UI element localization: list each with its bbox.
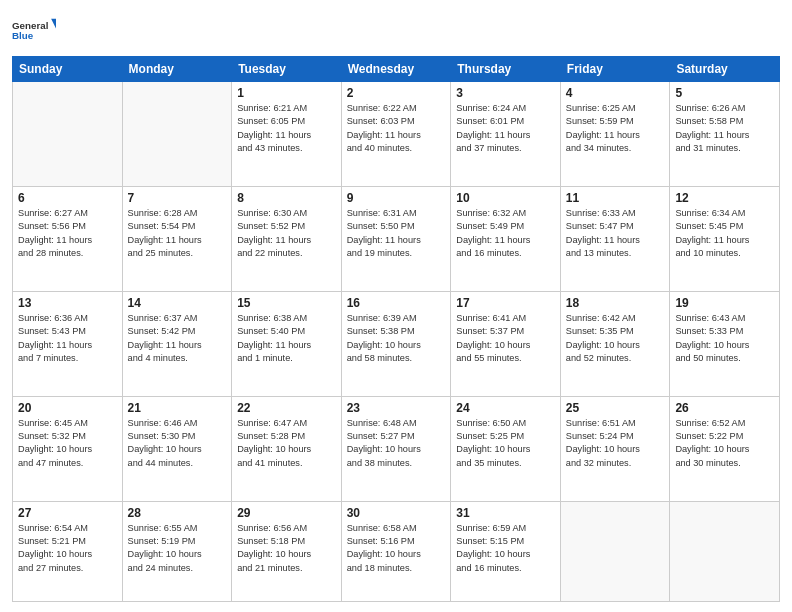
header: General Blue	[12, 10, 780, 50]
day-number: 12	[675, 191, 774, 205]
day-number: 27	[18, 506, 117, 520]
day-number: 13	[18, 296, 117, 310]
day-number: 17	[456, 296, 555, 310]
header-saturday: Saturday	[670, 57, 780, 82]
day-info: Sunrise: 6:39 AM Sunset: 5:38 PM Dayligh…	[347, 312, 446, 365]
week-row-4: 20Sunrise: 6:45 AM Sunset: 5:32 PM Dayli…	[13, 396, 780, 501]
calendar-cell: 19Sunrise: 6:43 AM Sunset: 5:33 PM Dayli…	[670, 291, 780, 396]
day-info: Sunrise: 6:42 AM Sunset: 5:35 PM Dayligh…	[566, 312, 665, 365]
logo-svg: General Blue	[12, 10, 56, 50]
calendar: SundayMondayTuesdayWednesdayThursdayFrid…	[12, 56, 780, 602]
header-friday: Friday	[560, 57, 670, 82]
day-number: 18	[566, 296, 665, 310]
calendar-cell	[560, 501, 670, 601]
day-number: 29	[237, 506, 336, 520]
calendar-cell: 14Sunrise: 6:37 AM Sunset: 5:42 PM Dayli…	[122, 291, 232, 396]
day-number: 11	[566, 191, 665, 205]
day-info: Sunrise: 6:45 AM Sunset: 5:32 PM Dayligh…	[18, 417, 117, 470]
day-info: Sunrise: 6:27 AM Sunset: 5:56 PM Dayligh…	[18, 207, 117, 260]
calendar-cell: 4Sunrise: 6:25 AM Sunset: 5:59 PM Daylig…	[560, 82, 670, 187]
day-info: Sunrise: 6:51 AM Sunset: 5:24 PM Dayligh…	[566, 417, 665, 470]
header-sunday: Sunday	[13, 57, 123, 82]
day-info: Sunrise: 6:43 AM Sunset: 5:33 PM Dayligh…	[675, 312, 774, 365]
day-info: Sunrise: 6:25 AM Sunset: 5:59 PM Dayligh…	[566, 102, 665, 155]
day-number: 5	[675, 86, 774, 100]
page: General Blue SundayMondayTuesdayWednesda…	[0, 0, 792, 612]
day-info: Sunrise: 6:38 AM Sunset: 5:40 PM Dayligh…	[237, 312, 336, 365]
day-number: 3	[456, 86, 555, 100]
calendar-cell: 28Sunrise: 6:55 AM Sunset: 5:19 PM Dayli…	[122, 501, 232, 601]
day-info: Sunrise: 6:50 AM Sunset: 5:25 PM Dayligh…	[456, 417, 555, 470]
day-number: 1	[237, 86, 336, 100]
week-row-5: 27Sunrise: 6:54 AM Sunset: 5:21 PM Dayli…	[13, 501, 780, 601]
calendar-cell: 25Sunrise: 6:51 AM Sunset: 5:24 PM Dayli…	[560, 396, 670, 501]
day-number: 31	[456, 506, 555, 520]
svg-text:General: General	[12, 20, 49, 31]
day-info: Sunrise: 6:31 AM Sunset: 5:50 PM Dayligh…	[347, 207, 446, 260]
day-info: Sunrise: 6:52 AM Sunset: 5:22 PM Dayligh…	[675, 417, 774, 470]
calendar-cell: 30Sunrise: 6:58 AM Sunset: 5:16 PM Dayli…	[341, 501, 451, 601]
calendar-cell: 31Sunrise: 6:59 AM Sunset: 5:15 PM Dayli…	[451, 501, 561, 601]
day-number: 8	[237, 191, 336, 205]
header-wednesday: Wednesday	[341, 57, 451, 82]
week-row-2: 6Sunrise: 6:27 AM Sunset: 5:56 PM Daylig…	[13, 186, 780, 291]
day-info: Sunrise: 6:26 AM Sunset: 5:58 PM Dayligh…	[675, 102, 774, 155]
week-row-3: 13Sunrise: 6:36 AM Sunset: 5:43 PM Dayli…	[13, 291, 780, 396]
day-info: Sunrise: 6:36 AM Sunset: 5:43 PM Dayligh…	[18, 312, 117, 365]
header-tuesday: Tuesday	[232, 57, 342, 82]
calendar-cell: 6Sunrise: 6:27 AM Sunset: 5:56 PM Daylig…	[13, 186, 123, 291]
svg-marker-2	[51, 19, 56, 29]
calendar-cell: 3Sunrise: 6:24 AM Sunset: 6:01 PM Daylig…	[451, 82, 561, 187]
calendar-cell	[670, 501, 780, 601]
day-number: 23	[347, 401, 446, 415]
header-thursday: Thursday	[451, 57, 561, 82]
day-number: 14	[128, 296, 227, 310]
day-number: 10	[456, 191, 555, 205]
calendar-cell: 13Sunrise: 6:36 AM Sunset: 5:43 PM Dayli…	[13, 291, 123, 396]
day-number: 30	[347, 506, 446, 520]
day-info: Sunrise: 6:22 AM Sunset: 6:03 PM Dayligh…	[347, 102, 446, 155]
header-monday: Monday	[122, 57, 232, 82]
day-info: Sunrise: 6:21 AM Sunset: 6:05 PM Dayligh…	[237, 102, 336, 155]
calendar-cell: 21Sunrise: 6:46 AM Sunset: 5:30 PM Dayli…	[122, 396, 232, 501]
day-number: 7	[128, 191, 227, 205]
day-info: Sunrise: 6:37 AM Sunset: 5:42 PM Dayligh…	[128, 312, 227, 365]
day-number: 28	[128, 506, 227, 520]
calendar-cell: 29Sunrise: 6:56 AM Sunset: 5:18 PM Dayli…	[232, 501, 342, 601]
day-info: Sunrise: 6:58 AM Sunset: 5:16 PM Dayligh…	[347, 522, 446, 575]
day-info: Sunrise: 6:55 AM Sunset: 5:19 PM Dayligh…	[128, 522, 227, 575]
day-info: Sunrise: 6:56 AM Sunset: 5:18 PM Dayligh…	[237, 522, 336, 575]
day-info: Sunrise: 6:28 AM Sunset: 5:54 PM Dayligh…	[128, 207, 227, 260]
calendar-cell: 23Sunrise: 6:48 AM Sunset: 5:27 PM Dayli…	[341, 396, 451, 501]
calendar-cell	[13, 82, 123, 187]
calendar-cell: 20Sunrise: 6:45 AM Sunset: 5:32 PM Dayli…	[13, 396, 123, 501]
day-info: Sunrise: 6:24 AM Sunset: 6:01 PM Dayligh…	[456, 102, 555, 155]
day-number: 24	[456, 401, 555, 415]
day-number: 22	[237, 401, 336, 415]
day-number: 16	[347, 296, 446, 310]
calendar-cell: 24Sunrise: 6:50 AM Sunset: 5:25 PM Dayli…	[451, 396, 561, 501]
day-info: Sunrise: 6:47 AM Sunset: 5:28 PM Dayligh…	[237, 417, 336, 470]
day-info: Sunrise: 6:46 AM Sunset: 5:30 PM Dayligh…	[128, 417, 227, 470]
day-info: Sunrise: 6:54 AM Sunset: 5:21 PM Dayligh…	[18, 522, 117, 575]
svg-text:Blue: Blue	[12, 30, 34, 41]
day-number: 4	[566, 86, 665, 100]
calendar-cell: 16Sunrise: 6:39 AM Sunset: 5:38 PM Dayli…	[341, 291, 451, 396]
day-info: Sunrise: 6:48 AM Sunset: 5:27 PM Dayligh…	[347, 417, 446, 470]
day-info: Sunrise: 6:59 AM Sunset: 5:15 PM Dayligh…	[456, 522, 555, 575]
day-number: 19	[675, 296, 774, 310]
calendar-cell: 22Sunrise: 6:47 AM Sunset: 5:28 PM Dayli…	[232, 396, 342, 501]
day-number: 26	[675, 401, 774, 415]
day-number: 6	[18, 191, 117, 205]
day-info: Sunrise: 6:41 AM Sunset: 5:37 PM Dayligh…	[456, 312, 555, 365]
calendar-cell	[122, 82, 232, 187]
day-info: Sunrise: 6:34 AM Sunset: 5:45 PM Dayligh…	[675, 207, 774, 260]
week-row-1: 1Sunrise: 6:21 AM Sunset: 6:05 PM Daylig…	[13, 82, 780, 187]
day-number: 21	[128, 401, 227, 415]
calendar-cell: 11Sunrise: 6:33 AM Sunset: 5:47 PM Dayli…	[560, 186, 670, 291]
day-info: Sunrise: 6:30 AM Sunset: 5:52 PM Dayligh…	[237, 207, 336, 260]
calendar-cell: 12Sunrise: 6:34 AM Sunset: 5:45 PM Dayli…	[670, 186, 780, 291]
day-number: 2	[347, 86, 446, 100]
calendar-cell: 15Sunrise: 6:38 AM Sunset: 5:40 PM Dayli…	[232, 291, 342, 396]
calendar-cell: 9Sunrise: 6:31 AM Sunset: 5:50 PM Daylig…	[341, 186, 451, 291]
